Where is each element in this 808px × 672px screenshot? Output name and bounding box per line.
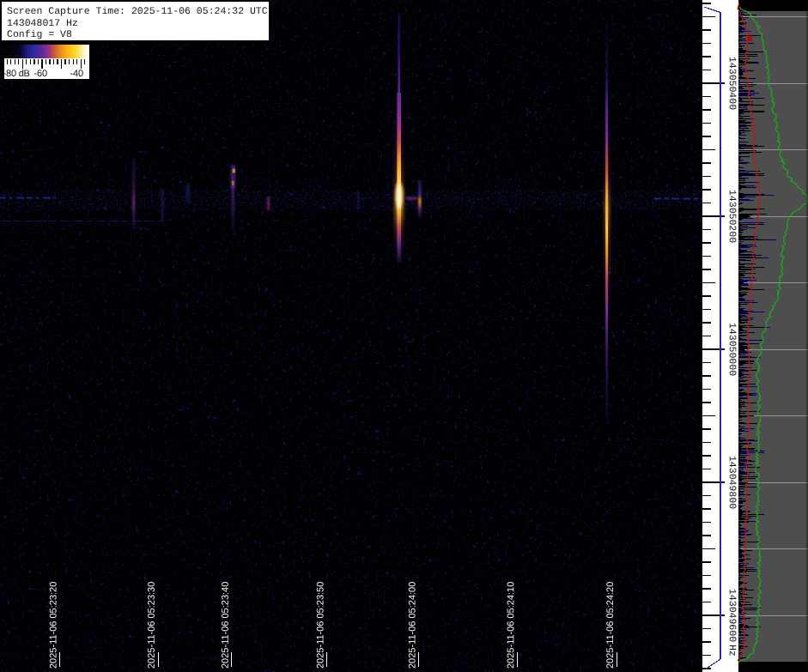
svg-text:2025-11-06 05:23:30: 2025-11-06 05:23:30 — [147, 582, 157, 669]
svg-text:2025-11-06 05:23:50: 2025-11-06 05:23:50 — [316, 582, 326, 669]
svg-text:143050200: 143050200 — [726, 190, 738, 243]
svg-text:Config = V8: Config = V8 — [7, 29, 72, 40]
svg-text:2025-11-06 05:23:20: 2025-11-06 05:23:20 — [48, 582, 58, 669]
svg-text:2025-11-06 05:24:10: 2025-11-06 05:24:10 — [506, 582, 516, 669]
svg-text:-60: -60 — [34, 69, 47, 79]
svg-text:2025-11-06 05:23:40: 2025-11-06 05:23:40 — [221, 582, 231, 669]
svg-text:Screen Capture Time: 2025-11-0: Screen Capture Time: 2025-11-06 05:24:32… — [7, 6, 268, 17]
svg-text:2025-11-06 05:24:00: 2025-11-06 05:24:00 — [407, 582, 417, 669]
svg-text:143050400: 143050400 — [726, 57, 738, 110]
svg-text:143049600: 143049600 — [726, 589, 738, 642]
svg-text:143048017 Hz: 143048017 Hz — [7, 18, 78, 29]
svg-text:143050000: 143050000 — [726, 323, 738, 376]
svg-text:-80 dB: -80 dB — [3, 69, 30, 79]
svg-text:Hz: Hz — [726, 645, 738, 657]
svg-text:2025-11-06 05:24:20: 2025-11-06 05:24:20 — [605, 582, 616, 669]
svg-text:143049800: 143049800 — [726, 456, 738, 509]
svg-text:-40: -40 — [70, 69, 83, 79]
